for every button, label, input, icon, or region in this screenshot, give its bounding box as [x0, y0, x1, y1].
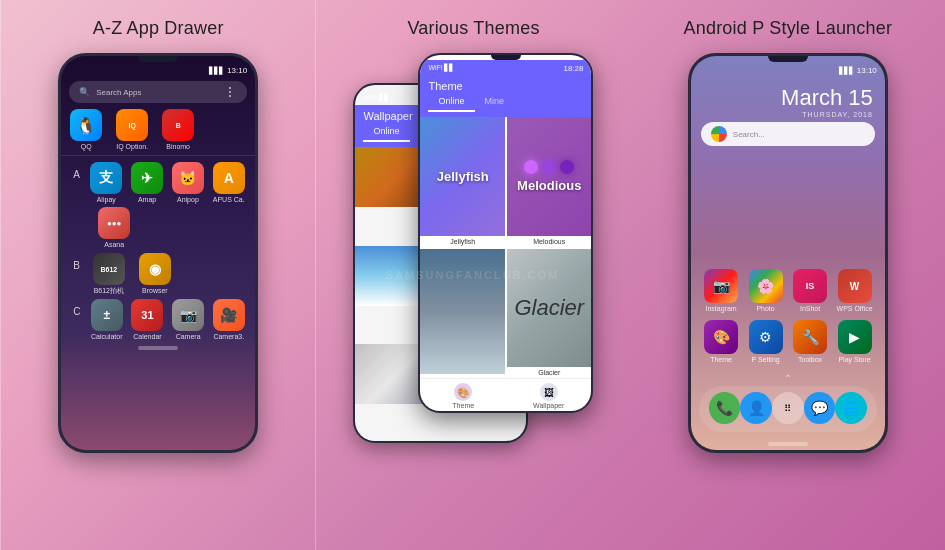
app-playstore[interactable]: ▶ Play Store: [835, 320, 875, 363]
app-calculator[interactable]: ± Calculator: [88, 299, 125, 341]
signal-icon: ▋▋▋: [209, 67, 224, 75]
date-display: March 15: [781, 85, 873, 111]
search-bar[interactable]: 🔍 Search Apps: [69, 81, 247, 103]
app-alipay[interactable]: 支 Alipay: [88, 162, 125, 204]
playstore-label: Play Store: [838, 356, 870, 363]
letter-a: A: [69, 166, 84, 181]
home-button-3[interactable]: [768, 442, 808, 446]
bottom-dock: 📞 👤 ⠿ 💬 🌐: [699, 386, 877, 432]
google-search-bar[interactable]: Search...: [701, 122, 875, 146]
theme-bottom-wallpaper-icon: 🖼: [540, 383, 558, 401]
dock-phone[interactable]: 📞: [709, 392, 741, 424]
theme-app-icon: 🎨: [704, 320, 738, 354]
theme-header: Theme Online Mine: [420, 75, 591, 117]
status-bar-3: ▋▋▋ 13:10: [691, 62, 885, 77]
dock-contacts[interactable]: 👤: [740, 392, 772, 424]
inshot-icon: IS: [793, 269, 827, 303]
glacier-name: Glacier: [507, 367, 592, 378]
theme-bottom-theme-icon: 🎨: [454, 383, 472, 401]
app-section-a: A 支 Alipay ✈ Amap 🐱 Anipop: [61, 160, 255, 206]
expand-indicator[interactable]: ⌃: [691, 373, 885, 384]
psetting-icon: ⚙: [749, 320, 783, 354]
search-placeholder: Search Apps: [96, 88, 217, 97]
dock-messages[interactable]: 💬: [804, 392, 836, 424]
inshot-label: InShot: [800, 305, 820, 312]
instagram-icon: 📷: [704, 269, 738, 303]
theme-item-melodious[interactable]: Melodious Melodious: [507, 117, 592, 247]
dock-apps[interactable]: ⠿: [772, 392, 804, 424]
app-row-c: C ± Calculator 31 Calendar 📷 Camera: [65, 297, 251, 343]
status-icons-1: ▋▋▋ 13:10: [209, 66, 247, 75]
app-b612[interactable]: B612 B612拍机: [88, 253, 130, 295]
section-title-1: A-Z App Drawer: [93, 18, 224, 39]
apus-icon: A: [213, 162, 245, 194]
b612-icon: B612: [93, 253, 125, 285]
search-icon: 🔍: [79, 87, 90, 97]
status-icons-3: ▋▋▋ 13:10: [839, 66, 877, 75]
theme-item-glacier[interactable]: Glacier Glacier: [507, 249, 592, 379]
app-anipop[interactable]: 🐱 Anipop: [169, 162, 206, 204]
google-search-text: Search...: [733, 130, 765, 139]
theme-tabs[interactable]: Online Mine: [428, 92, 583, 112]
theme-bottom-wallpaper[interactable]: 🖼 Wallpaper: [506, 383, 592, 409]
alipay-icon: 支: [90, 162, 122, 194]
app-section-b: B B612 B612拍机 ◉ Browser: [61, 251, 255, 297]
status-bar-1: ▋▋▋ 13:10: [61, 62, 255, 77]
more-options-icon[interactable]: [223, 85, 237, 99]
icon-row-2: 🎨 Theme ⚙ P Setting 🔧 Toolbox ▶ Play Sto…: [699, 320, 877, 363]
app-instagram[interactable]: 📷 Instagram: [701, 269, 741, 312]
melodious-name: Melodious: [507, 236, 592, 247]
browser-icon: ◉: [139, 253, 171, 285]
photo-icon: 🌸: [749, 269, 783, 303]
theme-screen: WiFi ▋▋ 18:28 Theme Online Mine Jellyfis…: [420, 55, 591, 411]
app-item-qq[interactable]: 🐧 QQ: [65, 109, 107, 151]
app-calendar[interactable]: 31 Calendar: [129, 299, 166, 341]
theme-bottom-bar: 🎨 Theme 🖼 Wallpaper: [420, 378, 591, 411]
app-browser[interactable]: ◉ Browser: [134, 253, 176, 295]
app-apus[interactable]: A APUS Ca.: [210, 162, 247, 204]
section-app-drawer: A-Z App Drawer ▋▋▋ 13:10 🔍 Search Apps: [0, 0, 316, 550]
theme-item-glacier-top[interactable]: [420, 249, 505, 379]
anipop-icon: 🐱: [172, 162, 204, 194]
app-asana[interactable]: ●●● Asana: [93, 207, 135, 249]
app-wps[interactable]: W WPS Office: [835, 269, 875, 312]
app-camera[interactable]: 📷 Camera: [170, 299, 207, 341]
app-toolbox[interactable]: 🔧 Toolbox: [790, 320, 830, 363]
theme-item-jellyfish[interactable]: Jellyfish Jellyfish: [420, 117, 505, 247]
wps-label: WPS Office: [837, 305, 873, 312]
phone-app-drawer: ▋▋▋ 13:10 🔍 Search Apps 🐧 QQ IQ: [58, 53, 258, 453]
melodious-preview: Melodious: [507, 117, 592, 236]
icon-row-1: 📷 Instagram 🌸 Photo IS InShot W WPS Offi…: [699, 269, 877, 312]
glacier-preview: Glacier: [507, 249, 592, 368]
binomo-icon: B: [162, 109, 194, 141]
wp-tab-online[interactable]: Online: [363, 122, 409, 142]
app-item-binomo[interactable]: B Binomo: [157, 109, 199, 151]
time-2f: 18:28: [563, 64, 583, 73]
home-button-1[interactable]: [138, 346, 178, 350]
app-theme[interactable]: 🎨 Theme: [701, 320, 741, 363]
theme-bottom-theme-label: Theme: [452, 402, 474, 409]
theme-tab-mine[interactable]: Mine: [475, 92, 515, 112]
glacier-top-preview: [420, 249, 505, 375]
theme-bottom-wallpaper-label: Wallpaper: [533, 402, 564, 409]
theme-tab-online[interactable]: Online: [428, 92, 474, 112]
dock-browser[interactable]: 🌐: [835, 392, 867, 424]
jellyfish-name: Jellyfish: [420, 236, 505, 247]
app-amap[interactable]: ✈ Amap: [129, 162, 166, 204]
photo-label: Photo: [756, 305, 774, 312]
app-inshot[interactable]: IS InShot: [790, 269, 830, 312]
section-android-p: Android P Style Launcher ▋▋▋ 13:10 March…: [631, 0, 945, 550]
phone-android-p: ▋▋▋ 13:10 March 15 THURSDAY, 2018 Search…: [688, 53, 888, 453]
app-camera3[interactable]: 🎥 Camera3.: [210, 299, 247, 341]
theme-title: Theme: [428, 80, 583, 92]
app-psetting[interactable]: ⚙ P Setting: [746, 320, 786, 363]
app-section-asana: ●●● Asana: [61, 205, 255, 251]
amap-icon: ✈: [131, 162, 163, 194]
app-item-iq[interactable]: IQ IQ Option.: [111, 109, 153, 151]
qq-label: QQ: [81, 143, 92, 151]
wifi-icon-2f: WiFi ▋▋: [428, 64, 454, 73]
app-photo[interactable]: 🌸 Photo: [746, 269, 786, 312]
letter-c: C: [69, 303, 84, 318]
theme-bottom-theme[interactable]: 🎨 Theme: [420, 383, 506, 409]
recent-apps-row: 🐧 QQ IQ IQ Option. B Binomo: [61, 107, 255, 156]
